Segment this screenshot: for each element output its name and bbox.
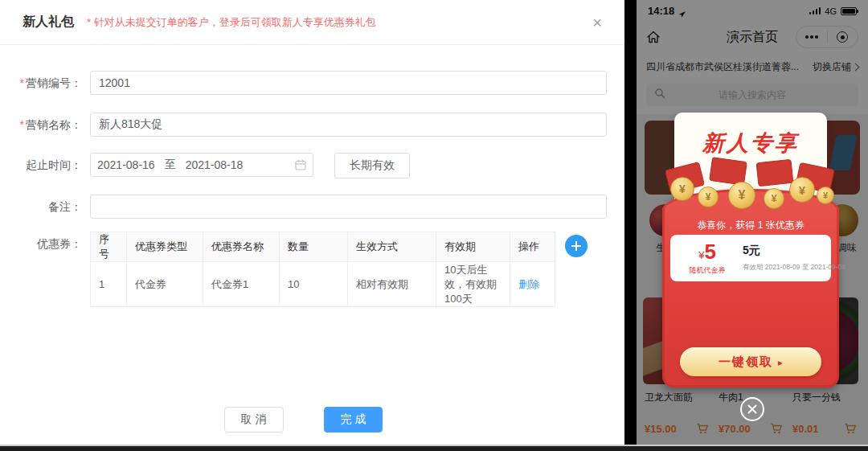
marketing-no-label: *营销编号： [0,71,90,95]
cell-no: 1 [91,262,127,307]
delete-link[interactable]: 删除 [518,278,539,290]
marketing-no-input[interactable] [90,71,607,95]
long-term-button[interactable]: 长期有效 [334,153,410,178]
coupon-validity: 有效期 2021-08-09 至 2021-09-08 [743,263,823,273]
col-header-action: 操作 [510,232,555,262]
col-header-type: 优惠券类型 [127,232,203,262]
date-range-row: 起止时间： 2021-08-16 至 2021-08-18 长期有效 [0,153,607,178]
coupon-type: 随机代金券 [678,265,736,276]
coupon-table-header: 序号 优惠券类型 优惠券名称 数量 生效方式 有效期 操作 [91,232,555,262]
red-envelope-icon [756,159,794,187]
calendar-icon [295,159,306,170]
col-header-qty: 数量 [280,232,348,262]
col-header-validity: 有效期 [436,232,510,262]
table-row: 1 代金券 代金券1 10 相对有效期 10天后生效，有效期100天 删除 [91,262,555,307]
col-header-name: 优惠券名称 [203,232,280,262]
marketing-name-label: *营销名称： [0,113,90,137]
coupon-card: ¥5 随机代金券 5元 有效期 2021-08-09 至 2021-09-08 [670,235,831,281]
dialog-footer: 取 消 完 成 [0,407,607,433]
popup-close-icon [747,404,757,414]
cell-validity: 10天后生效，有效期100天 [436,262,510,307]
cell-qty: 10 [280,262,348,307]
gold-coin-icon: ¥ [698,187,719,207]
coupon-table-row: 优惠券： 序号 优惠券类型 优惠券名称 数量 生效方式 有效期 操作 [0,232,607,307]
gold-coin-icon: ¥ [728,182,755,209]
dialog-note: * 针对从未提交订单的客户，登录后可领取新人专享优惠券礼包 [87,15,376,30]
congrats-text: 恭喜你，获得 1 张优惠券 [662,219,839,232]
cell-type: 代金券 [127,262,203,307]
date-end[interactable]: 2021-08-18 [186,158,244,171]
claim-arrow-icon: ▸ [778,357,783,368]
date-to-label: 至 [165,158,176,172]
gold-coin-icon: ¥ [670,177,694,201]
date-start[interactable]: 2021-08-16 [97,158,155,171]
app-root: 新人礼包 * 针对从未提交订单的客户，登录后可领取新人专享优惠券礼包 × *营销… [0,0,868,451]
date-range-input[interactable]: 2021-08-16 至 2021-08-18 [90,153,313,177]
remark-label: 备注： [0,195,90,219]
col-header-mode: 生效方式 [348,232,436,262]
dialog-form: *营销编号： *营销名称： 起止时间： 2021-08-16 至 2021-08… [0,71,624,433]
cell-name: 代金券1 [203,262,280,307]
panel-divider [624,0,637,451]
popup-title: 新人专享 [674,129,827,158]
gold-coin-icon: ¥ [789,177,815,203]
close-icon[interactable]: × [592,14,602,31]
dialog-header: 新人礼包 * 针对从未提交订单的客户，登录后可领取新人专享优惠券礼包 × [0,0,624,45]
marketing-name-input[interactable] [90,113,607,137]
coupon-table: 序号 优惠券类型 优惠券名称 数量 生效方式 有效期 操作 1 代金券 [90,232,555,307]
newcomer-package-dialog: 新人礼包 * 针对从未提交订单的客户，登录后可领取新人专享优惠券礼包 × *营销… [0,0,624,445]
marketing-no-row: *营销编号： [0,71,607,95]
coupon-label: 优惠券： [0,232,90,256]
coupon-name: 5元 [743,244,823,258]
date-range-label: 起止时间： [0,153,90,177]
cell-mode: 相对有效期 [348,262,436,307]
dialog-title: 新人礼包 [23,14,74,31]
col-header-no: 序号 [91,232,127,262]
cancel-button[interactable]: 取 消 [224,407,284,433]
popup-close-button[interactable] [740,397,764,421]
claim-button[interactable]: 一键领取 ▸ [680,347,821,376]
remark-row: 备注： [0,195,607,219]
marketing-name-row: *营销名称： [0,113,607,137]
add-coupon-button[interactable] [565,235,588,257]
newcomer-coupon-popup: 新人专享 ¥ ¥ ¥ ¥ ¥ ¥ 恭喜你，获得 1 张优惠券 ¥5 随机代金券 … [662,113,839,387]
confirm-button[interactable]: 完 成 [324,407,383,433]
phone-preview: 14:18 4G 演示首页 四川省成都市武侯区桂溪街道菁蓉... [637,0,868,445]
gold-coin-icon: ¥ [817,187,834,204]
screen-bottom-edge [0,445,868,451]
remark-input[interactable] [90,195,607,219]
gold-coin-icon: ¥ [764,188,784,209]
coupon-amount: ¥5 [678,241,736,262]
